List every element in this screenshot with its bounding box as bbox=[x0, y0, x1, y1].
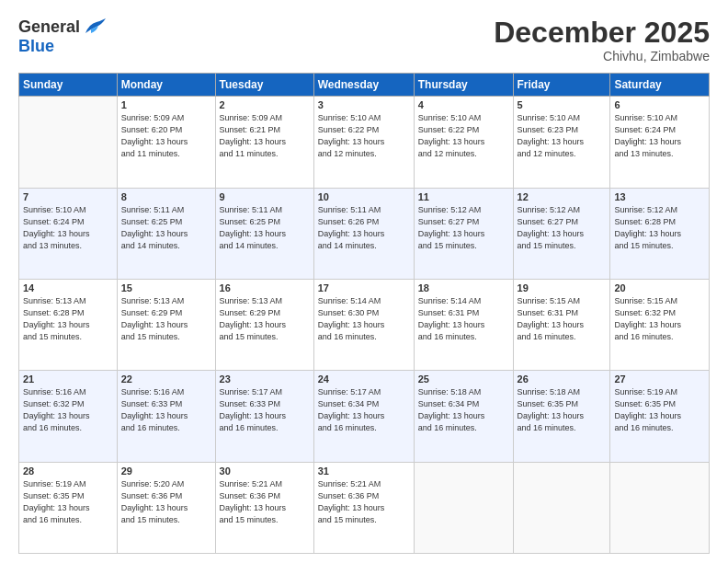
sunrise-text: Sunrise: 5:18 AM bbox=[418, 387, 482, 396]
day-info: Sunrise: 5:16 AMSunset: 6:33 PMDaylight:… bbox=[121, 386, 211, 434]
sunrise-text: Sunrise: 5:14 AM bbox=[318, 296, 381, 305]
calendar-day-cell bbox=[19, 97, 118, 188]
sunrise-text: Sunrise: 5:12 AM bbox=[418, 205, 482, 214]
day-info: Sunrise: 5:21 AMSunset: 6:36 PMDaylight:… bbox=[318, 478, 410, 526]
day-info: Sunrise: 5:14 AMSunset: 6:31 PMDaylight:… bbox=[418, 295, 509, 343]
calendar-day-cell: 12Sunrise: 5:12 AMSunset: 6:27 PMDayligh… bbox=[513, 188, 610, 279]
sunrise-text: Sunrise: 5:16 AM bbox=[23, 387, 86, 396]
day-info: Sunrise: 5:14 AMSunset: 6:30 PMDaylight:… bbox=[318, 295, 410, 343]
daylight-text: Daylight: 13 hours bbox=[418, 137, 485, 146]
calendar-day-cell: 6Sunrise: 5:10 AMSunset: 6:24 PMDaylight… bbox=[610, 97, 710, 188]
day-number: 7 bbox=[23, 191, 113, 202]
sunrise-text: Sunrise: 5:17 AM bbox=[318, 387, 381, 396]
col-monday: Monday bbox=[117, 74, 215, 97]
daylight-cont-text: and 16 minutes. bbox=[518, 423, 576, 432]
calendar-day-cell bbox=[513, 462, 610, 553]
day-info: Sunrise: 5:10 AMSunset: 6:24 PMDaylight:… bbox=[614, 112, 705, 160]
calendar-day-cell: 10Sunrise: 5:11 AMSunset: 6:26 PMDayligh… bbox=[313, 188, 414, 279]
daylight-cont-text: and 15 minutes. bbox=[220, 515, 279, 524]
daylight-text: Daylight: 13 hours bbox=[23, 229, 90, 238]
day-number: 19 bbox=[518, 282, 607, 293]
sunrise-text: Sunrise: 5:11 AM bbox=[318, 205, 381, 214]
calendar-day-cell: 3Sunrise: 5:10 AMSunset: 6:22 PMDaylight… bbox=[313, 97, 414, 188]
day-info: Sunrise: 5:12 AMSunset: 6:27 PMDaylight:… bbox=[518, 204, 607, 252]
calendar-header-row: Sunday Monday Tuesday Wednesday Thursday… bbox=[19, 74, 710, 97]
sunrise-text: Sunrise: 5:19 AM bbox=[614, 387, 677, 396]
calendar-day-cell: 20Sunrise: 5:15 AMSunset: 6:32 PMDayligh… bbox=[610, 279, 710, 370]
calendar-day-cell: 5Sunrise: 5:10 AMSunset: 6:23 PMDaylight… bbox=[513, 97, 610, 188]
daylight-text: Daylight: 13 hours bbox=[318, 137, 385, 146]
day-info: Sunrise: 5:18 AMSunset: 6:35 PMDaylight:… bbox=[518, 386, 607, 434]
logo-blue-text: Blue bbox=[18, 37, 54, 56]
col-wednesday: Wednesday bbox=[313, 74, 414, 97]
daylight-cont-text: and 15 minutes. bbox=[220, 332, 279, 341]
calendar-day-cell: 16Sunrise: 5:13 AMSunset: 6:29 PMDayligh… bbox=[215, 279, 313, 370]
sunrise-text: Sunrise: 5:16 AM bbox=[121, 387, 185, 396]
sunset-text: Sunset: 6:24 PM bbox=[614, 125, 676, 134]
sunset-text: Sunset: 6:36 PM bbox=[318, 491, 380, 500]
daylight-text: Daylight: 13 hours bbox=[518, 411, 585, 420]
daylight-cont-text: and 16 minutes. bbox=[418, 332, 477, 341]
day-info: Sunrise: 5:17 AMSunset: 6:34 PMDaylight:… bbox=[318, 386, 410, 434]
daylight-text: Daylight: 13 hours bbox=[121, 137, 188, 146]
day-number: 22 bbox=[121, 373, 211, 385]
daylight-cont-text: and 13 minutes. bbox=[23, 241, 82, 250]
daylight-text: Daylight: 13 hours bbox=[121, 411, 188, 420]
daylight-cont-text: and 16 minutes. bbox=[418, 423, 477, 432]
day-info: Sunrise: 5:10 AMSunset: 6:23 PMDaylight:… bbox=[518, 112, 607, 160]
day-number: 24 bbox=[318, 373, 410, 385]
col-thursday: Thursday bbox=[414, 74, 513, 97]
daylight-cont-text: and 14 minutes. bbox=[318, 241, 377, 250]
day-number: 6 bbox=[614, 99, 705, 110]
logo: General Blue bbox=[18, 17, 108, 56]
sunset-text: Sunset: 6:36 PM bbox=[121, 491, 183, 500]
calendar-day-cell: 19Sunrise: 5:15 AMSunset: 6:31 PMDayligh… bbox=[513, 279, 610, 370]
day-number: 18 bbox=[418, 282, 509, 293]
day-number: 9 bbox=[220, 191, 310, 202]
sunrise-text: Sunrise: 5:10 AM bbox=[418, 113, 482, 122]
daylight-cont-text: and 14 minutes. bbox=[220, 241, 279, 250]
daylight-text: Daylight: 13 hours bbox=[614, 137, 681, 146]
day-number: 29 bbox=[121, 465, 211, 477]
day-number: 20 bbox=[614, 282, 705, 293]
sunrise-text: Sunrise: 5:21 AM bbox=[220, 479, 283, 488]
daylight-cont-text: and 16 minutes. bbox=[121, 423, 180, 432]
sunset-text: Sunset: 6:20 PM bbox=[121, 125, 183, 134]
daylight-text: Daylight: 13 hours bbox=[318, 411, 385, 420]
sunset-text: Sunset: 6:25 PM bbox=[220, 217, 281, 226]
day-number: 26 bbox=[518, 373, 607, 385]
daylight-text: Daylight: 13 hours bbox=[220, 411, 287, 420]
day-info: Sunrise: 5:15 AMSunset: 6:31 PMDaylight:… bbox=[518, 295, 607, 343]
sunrise-text: Sunrise: 5:10 AM bbox=[23, 205, 86, 214]
daylight-text: Daylight: 13 hours bbox=[518, 137, 585, 146]
daylight-cont-text: and 12 minutes. bbox=[418, 149, 477, 158]
daylight-cont-text: and 16 minutes. bbox=[318, 332, 377, 341]
daylight-cont-text: and 16 minutes. bbox=[614, 332, 673, 341]
daylight-text: Daylight: 13 hours bbox=[23, 503, 90, 512]
sunset-text: Sunset: 6:26 PM bbox=[318, 217, 380, 226]
day-info: Sunrise: 5:18 AMSunset: 6:34 PMDaylight:… bbox=[418, 386, 509, 434]
location-subtitle: Chivhu, Zimbabwe bbox=[494, 49, 710, 63]
day-info: Sunrise: 5:09 AMSunset: 6:20 PMDaylight:… bbox=[121, 112, 211, 160]
calendar-day-cell: 18Sunrise: 5:14 AMSunset: 6:31 PMDayligh… bbox=[414, 279, 513, 370]
sunset-text: Sunset: 6:32 PM bbox=[23, 399, 85, 408]
daylight-text: Daylight: 13 hours bbox=[418, 229, 485, 238]
daylight-text: Daylight: 13 hours bbox=[121, 229, 188, 238]
sunrise-text: Sunrise: 5:10 AM bbox=[318, 113, 381, 122]
sunrise-text: Sunrise: 5:11 AM bbox=[220, 205, 283, 214]
daylight-cont-text: and 14 minutes. bbox=[121, 241, 180, 250]
day-number: 30 bbox=[220, 465, 310, 477]
calendar-day-cell: 14Sunrise: 5:13 AMSunset: 6:28 PMDayligh… bbox=[19, 279, 118, 370]
calendar-day-cell: 25Sunrise: 5:18 AMSunset: 6:34 PMDayligh… bbox=[414, 371, 513, 462]
day-number: 23 bbox=[220, 373, 310, 385]
day-info: Sunrise: 5:19 AMSunset: 6:35 PMDaylight:… bbox=[614, 386, 705, 434]
day-number: 10 bbox=[318, 191, 410, 202]
sunset-text: Sunset: 6:33 PM bbox=[121, 399, 183, 408]
sunrise-text: Sunrise: 5:13 AM bbox=[220, 296, 283, 305]
daylight-cont-text: and 15 minutes. bbox=[318, 515, 377, 524]
calendar-day-cell: 26Sunrise: 5:18 AMSunset: 6:35 PMDayligh… bbox=[513, 371, 610, 462]
daylight-cont-text: and 16 minutes. bbox=[318, 423, 377, 432]
sunrise-text: Sunrise: 5:10 AM bbox=[518, 113, 581, 122]
sunrise-text: Sunrise: 5:12 AM bbox=[518, 205, 581, 214]
page: General Blue December 2025 Chivhu, Zimba… bbox=[0, 0, 728, 563]
